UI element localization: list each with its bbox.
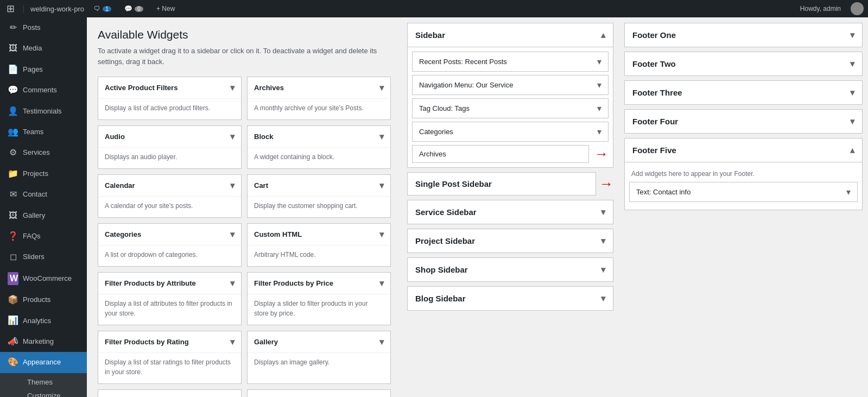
- sidebar-item-contact[interactable]: ✉ Contact: [0, 184, 87, 205]
- widget-block[interactable]: Block ▾ A widget containing a block.: [247, 125, 391, 169]
- sidebar-section-header-main[interactable]: Sidebar ▴: [407, 23, 613, 47]
- sidebar-section-header-single-post[interactable]: Single Post Sidebar: [407, 172, 596, 196]
- widget-gallery[interactable]: Gallery ▾ Displays an image gallery.: [247, 331, 391, 384]
- widget-desc: A widget containing a block.: [248, 148, 390, 168]
- sidebar-section-header-footer-five[interactable]: Footer Five ▴: [624, 138, 863, 162]
- sidebar-section-header-service[interactable]: Service Sidebar ▾: [407, 200, 613, 224]
- sidebar-section-header-project[interactable]: Project Sidebar ▾: [407, 229, 613, 253]
- sidebar-item-label: Sliders: [23, 252, 45, 262]
- sidebar-section-header-footer-four[interactable]: Footer Four ▾: [624, 109, 863, 134]
- sidebar-sub-item-customize[interactable]: Customize: [22, 389, 87, 397]
- widget-label: Categories: [419, 128, 453, 136]
- chevron-up-icon: ▴: [850, 145, 854, 155]
- sidebar-section-header-shop[interactable]: Shop Sidebar ▾: [407, 257, 613, 282]
- widget-name: Calendar: [105, 181, 135, 190]
- sidebar-section-project: Project Sidebar ▾: [407, 229, 613, 253]
- marketing-icon: 📣: [8, 336, 18, 348]
- sidebar-item-appearance[interactable]: 🎨 Appearance: [0, 352, 87, 373]
- sidebar-item-label: Appearance: [23, 357, 61, 367]
- site-name[interactable]: welding-work-pro: [23, 5, 84, 13]
- sidebar-widget-categories[interactable]: Categories ▾: [412, 122, 609, 142]
- pages-icon: 📄: [8, 64, 18, 75]
- services-icon: ⚙: [8, 147, 18, 159]
- footer-five-add-text: Add widgets here to appear in your Foote…: [629, 167, 858, 182]
- sidebar-widget-nav-menu[interactable]: Navigation Menu: Our Service ▾: [412, 75, 609, 95]
- sidebar-item-faqs[interactable]: ❓ FAQs: [0, 226, 87, 247]
- sidebar-item-pages[interactable]: 📄 Pages: [0, 59, 87, 80]
- page-content: Available Widgets To activate a widget d…: [87, 17, 868, 397]
- widget-categories[interactable]: Categories ▾ A list or dropdown of categ…: [98, 223, 242, 267]
- widget-header: Block ▾: [248, 126, 390, 148]
- sidebar-item-label: Testimonials: [23, 106, 62, 116]
- sidebar-section-body-main: Recent Posts: Recent Posts ▾ Navigation …: [407, 47, 613, 168]
- widget-desc: Display a slider to filter products in y…: [248, 294, 390, 325]
- comments-item[interactable]: 💬 0: [121, 5, 147, 12]
- sidebar-widget-tag-cloud[interactable]: Tag Cloud: Tags ▾: [412, 98, 609, 118]
- sidebar-item-testimonials[interactable]: 👤 Testimonials: [0, 101, 87, 122]
- chevron-down-icon: ▾: [379, 278, 384, 288]
- sidebar-widget-archives[interactable]: Archives: [412, 145, 589, 163]
- sidebar-section-header-footer-three[interactable]: Footer Three ▾: [624, 80, 863, 105]
- sidebar-section-header-footer-one[interactable]: Footer One ▾: [624, 23, 863, 47]
- sidebar-widget-recent-posts[interactable]: Recent Posts: Recent Posts ▾: [412, 52, 609, 72]
- widget-name: Custom HTML: [254, 230, 302, 238]
- sidebar-section-header-footer-two[interactable]: Footer Two ▾: [624, 52, 863, 76]
- sidebar-section-title: Sidebar: [415, 30, 445, 40]
- widget-desc: A monthly archive of your site's Posts.: [248, 99, 390, 119]
- chevron-down-icon: ▾: [850, 30, 854, 40]
- widget-desc: A list or dropdown of categories.: [98, 245, 241, 266]
- widget-name: Archives: [254, 84, 284, 92]
- contact-icon: ✉: [8, 188, 18, 200]
- sidebar-section-title: Footer Five: [632, 146, 676, 155]
- sidebar-item-sliders[interactable]: ◻ Sliders: [0, 247, 87, 267]
- sidebar-item-products[interactable]: 📦 Products: [0, 289, 87, 310]
- sidebar-item-marketing[interactable]: 📣 Marketing: [0, 331, 87, 352]
- widget-header: Categories ▾: [98, 224, 241, 245]
- sidebar-item-label: Teams: [23, 127, 43, 137]
- chevron-down-icon: ▾: [379, 83, 384, 93]
- widget-audio[interactable]: Audio ▾ Displays an audio player.: [98, 125, 242, 169]
- widget-filter-by-rating[interactable]: Filter Products by Rating ▾ Display a li…: [98, 331, 242, 384]
- widget-image[interactable]: Image ▾ Displays an image.: [98, 389, 242, 397]
- wp-logo-icon[interactable]: ⊞: [4, 3, 17, 15]
- widget-archives[interactable]: Archives ▾ A monthly archive of your sit…: [247, 77, 391, 120]
- widget-filter-by-attribute[interactable]: Filter Products by Attribute ▾ Display a…: [98, 272, 242, 325]
- widget-calendar[interactable]: Calendar ▾ A calendar of your site's pos…: [98, 174, 242, 218]
- widget-cart[interactable]: Cart ▾ Display the customer shopping car…: [247, 174, 391, 218]
- sidebar-item-media[interactable]: 🖼 Media: [0, 38, 87, 59]
- widget-active-product-filters[interactable]: Active Product Filters ▾ Display a list …: [98, 77, 242, 120]
- widget-meta[interactable]: Meta ▾ Login, RSS, & WordPress.org links…: [247, 389, 391, 397]
- widget-filter-by-price[interactable]: Filter Products by Price ▾ Display a sli…: [247, 272, 391, 325]
- widget-custom-html[interactable]: Custom HTML ▾ Arbitrary HTML code.: [247, 223, 391, 267]
- faqs-icon: ❓: [8, 230, 18, 242]
- sidebar-sub-item-themes[interactable]: Themes: [22, 375, 87, 389]
- widget-label: Text: Contact info: [636, 188, 690, 196]
- widget-header: Filter Products by Attribute ▾: [98, 273, 241, 294]
- sidebar-item-projects[interactable]: 📁 Projects: [0, 163, 87, 184]
- footer-five-widget-text[interactable]: Text: Contact info ▾: [629, 182, 858, 202]
- widget-header: Cart ▾: [248, 175, 390, 197]
- notifications-item[interactable]: 🗨 1: [91, 5, 115, 12]
- chevron-down-icon: ▾: [850, 116, 854, 127]
- sidebar-item-woocommerce[interactable]: W WooCommerce: [0, 268, 87, 289]
- posts-icon: ✏: [8, 22, 18, 34]
- sliders-icon: ◻: [8, 251, 18, 263]
- sidebar-item-label: Products: [23, 295, 50, 305]
- appearance-icon: 🎨: [8, 356, 18, 368]
- testimonials-icon: 👤: [8, 105, 18, 117]
- sidebar-item-label: FAQs: [23, 231, 41, 241]
- sidebar-item-gallery[interactable]: 🖼 Gallery: [0, 205, 87, 226]
- sidebar-item-analytics[interactable]: 📊 Analytics: [0, 310, 87, 331]
- sidebar-item-comments[interactable]: 💬 Comments: [0, 80, 87, 100]
- sidebar-item-teams[interactable]: 👥 Teams: [0, 122, 87, 142]
- widget-label: Archives: [419, 150, 446, 158]
- chevron-down-icon: ▾: [379, 180, 384, 191]
- sidebar-section-header-blog[interactable]: Blog Sidebar ▾: [407, 286, 613, 311]
- new-button[interactable]: + New: [153, 5, 178, 12]
- teams-icon: 👥: [8, 126, 18, 138]
- single-post-sidebar-row: Single Post Sidebar →: [407, 172, 613, 196]
- sidebar-widget-archives-row: Archives →: [412, 145, 609, 163]
- middle-sidebars-column: Sidebar ▴ Recent Posts: Recent Posts ▾ N…: [402, 17, 619, 397]
- sidebar-item-posts[interactable]: ✏ Posts: [0, 17, 87, 38]
- sidebar-item-services[interactable]: ⚙ Services: [0, 142, 87, 163]
